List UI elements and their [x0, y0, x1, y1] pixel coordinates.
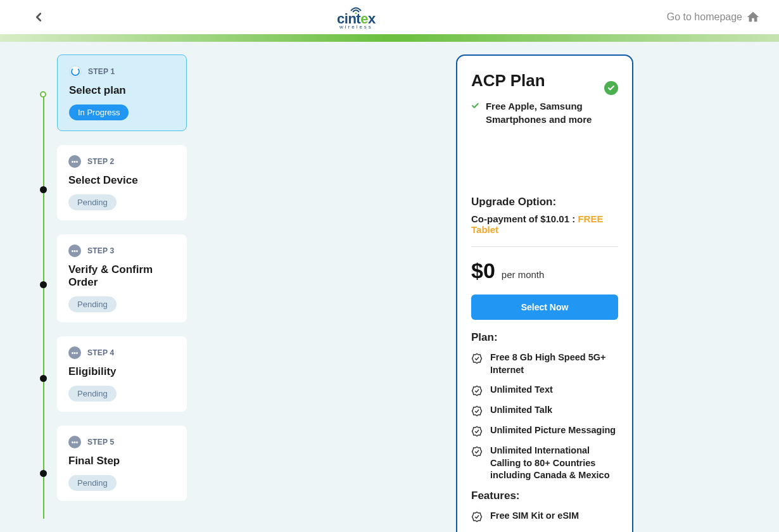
logo-text: cintex — [337, 13, 376, 25]
copay-text: Co-payment of $10.01 : FREE Tablet — [471, 213, 618, 235]
list-item: Free 8 Gb High Speed 5G+ Internet — [471, 352, 618, 376]
dots-icon: ••• — [68, 346, 81, 359]
step-card-3[interactable]: ••• STEP 3 Verify & Confirm Order Pendin… — [57, 234, 187, 322]
status-badge: In Progress — [69, 104, 129, 120]
badge-check-icon — [471, 353, 483, 364]
upgrade-label: Upgrade Option: — [471, 196, 618, 208]
list-item-text: Unlimited Picture Messaging — [490, 424, 616, 437]
stepper: STEP 1 Select plan In Progress ••• STEP … — [32, 54, 247, 532]
plan-hero-text: Free Apple, Samsung Smartphones and more — [486, 99, 618, 126]
copay-prefix: Co-payment of $10.01 : — [471, 213, 578, 224]
list-item-text: Unlimited Text — [490, 384, 553, 396]
timeline-dot — [40, 470, 47, 477]
list-item: Unlimited International Calling to 80+ C… — [471, 445, 618, 482]
logo: cintex wireless — [337, 5, 376, 30]
list-item: Unlimited Picture Messaging — [471, 424, 618, 437]
list-item-text: Unlimited Talk — [490, 404, 552, 417]
plan-title: ACP Plan — [471, 71, 618, 91]
step-card-1[interactable]: STEP 1 Select plan In Progress — [57, 54, 187, 131]
step-label: STEP 1 — [88, 67, 115, 76]
step-title: Verify & Confirm Order — [68, 263, 175, 289]
plan-card: ACP Plan Free Apple, Samsung Smartphones… — [456, 54, 633, 532]
price-row: $0 per month — [471, 258, 618, 283]
check-icon — [471, 99, 479, 112]
step-card-4[interactable]: ••• STEP 4 Eligibility Pending — [57, 336, 187, 412]
spinner-icon — [69, 65, 82, 78]
timeline-dot — [40, 281, 47, 288]
badge-check-icon — [471, 405, 483, 417]
price: $0 — [471, 258, 495, 283]
features-list: Free SIM Kit or eSIM — [471, 510, 618, 522]
badge-check-icon — [471, 446, 483, 457]
dots-icon: ••• — [68, 244, 81, 257]
plan-column: ACP Plan Free Apple, Samsung Smartphones… — [456, 54, 633, 532]
step-label: STEP 2 — [87, 157, 114, 166]
timeline-line — [43, 92, 44, 519]
plan-list-label: Plan: — [471, 331, 618, 344]
badge-check-icon — [471, 511, 483, 522]
content: STEP 1 Select plan In Progress ••• STEP … — [0, 42, 779, 532]
divider — [471, 246, 618, 247]
timeline-dot — [40, 375, 47, 382]
step-title: Select plan — [69, 84, 175, 97]
dots-icon: ••• — [68, 155, 81, 168]
dots-icon: ••• — [68, 436, 81, 448]
status-badge: Pending — [68, 296, 117, 312]
chevron-left-icon — [32, 10, 46, 24]
list-item-text: Free SIM Kit or eSIM — [490, 510, 579, 522]
list-item: Unlimited Talk — [471, 404, 618, 417]
features-label: Features: — [471, 490, 618, 502]
selected-check-icon — [604, 81, 618, 95]
status-badge: Pending — [68, 475, 117, 491]
timeline-dot — [40, 186, 47, 193]
step-card-5[interactable]: ••• STEP 5 Final Step Pending — [57, 426, 187, 501]
step-label: STEP 5 — [87, 438, 114, 446]
list-item-text: Free 8 Gb High Speed 5G+ Internet — [490, 352, 618, 376]
step-label: STEP 4 — [87, 348, 114, 357]
logo-subtitle: wireless — [339, 25, 373, 29]
step-card-2[interactable]: ••• STEP 2 Select Device Pending — [57, 145, 187, 220]
plan-feature-list: Free 8 Gb High Speed 5G+ Internet Unlimi… — [471, 352, 618, 482]
step-title: Final Step — [68, 455, 175, 467]
step-title: Eligibility — [68, 365, 175, 378]
homepage-link-label: Go to homepage — [667, 11, 742, 23]
price-suffix: per month — [502, 269, 545, 280]
step-title: Select Device — [68, 174, 175, 187]
badge-check-icon — [471, 385, 483, 396]
status-badge: Pending — [68, 194, 117, 210]
header: cintex wireless Go to homepage — [0, 0, 779, 34]
list-item: Unlimited Text — [471, 384, 618, 396]
accent-bar — [0, 34, 779, 42]
step-label: STEP 3 — [87, 246, 114, 255]
back-button[interactable] — [32, 10, 46, 24]
list-item: Free SIM Kit or eSIM — [471, 510, 618, 522]
home-icon — [746, 10, 760, 24]
list-item-text: Unlimited International Calling to 80+ C… — [490, 445, 618, 482]
homepage-link[interactable]: Go to homepage — [667, 10, 760, 24]
timeline-dot — [40, 91, 46, 98]
status-badge: Pending — [68, 386, 117, 402]
badge-check-icon — [471, 426, 483, 437]
select-now-button[interactable]: Select Now — [471, 294, 618, 320]
